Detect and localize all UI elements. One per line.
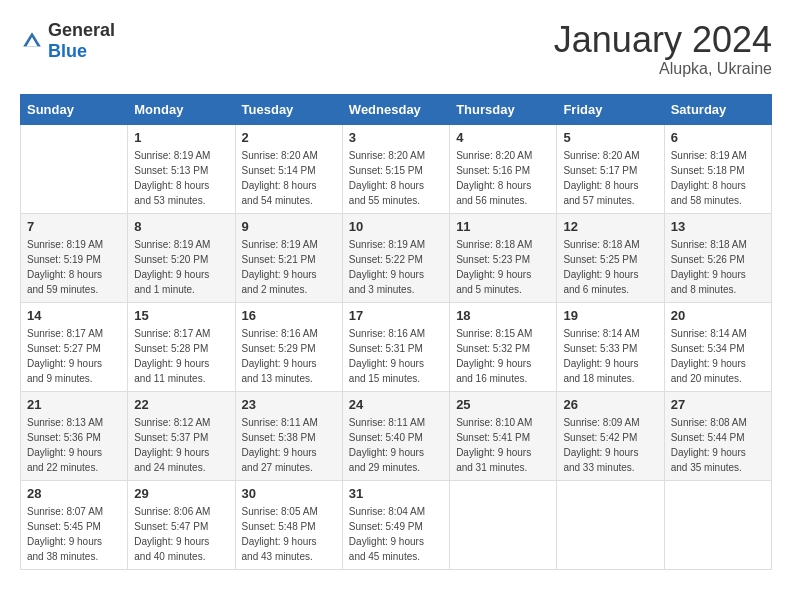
- calendar-cell: 28Sunrise: 8:07 AMSunset: 5:45 PMDayligh…: [21, 480, 128, 569]
- calendar-cell: 2Sunrise: 8:20 AMSunset: 5:14 PMDaylight…: [235, 124, 342, 213]
- location-title: Alupka, Ukraine: [554, 60, 772, 78]
- day-number: 29: [134, 486, 228, 501]
- day-info: Sunrise: 8:20 AMSunset: 5:14 PMDaylight:…: [242, 148, 336, 208]
- calendar-cell: 30Sunrise: 8:05 AMSunset: 5:48 PMDayligh…: [235, 480, 342, 569]
- calendar-cell: 7Sunrise: 8:19 AMSunset: 5:19 PMDaylight…: [21, 213, 128, 302]
- calendar-cell: [450, 480, 557, 569]
- day-info: Sunrise: 8:19 AMSunset: 5:20 PMDaylight:…: [134, 237, 228, 297]
- calendar-cell: 1Sunrise: 8:19 AMSunset: 5:13 PMDaylight…: [128, 124, 235, 213]
- day-number: 27: [671, 397, 765, 412]
- day-info: Sunrise: 8:05 AMSunset: 5:48 PMDaylight:…: [242, 504, 336, 564]
- logo-icon: [20, 29, 44, 53]
- calendar-cell: 29Sunrise: 8:06 AMSunset: 5:47 PMDayligh…: [128, 480, 235, 569]
- day-number: 30: [242, 486, 336, 501]
- calendar-week-row: 7Sunrise: 8:19 AMSunset: 5:19 PMDaylight…: [21, 213, 772, 302]
- page-header: General Blue January 2024 Alupka, Ukrain…: [20, 20, 772, 78]
- day-number: 1: [134, 130, 228, 145]
- day-number: 26: [563, 397, 657, 412]
- calendar-cell: 26Sunrise: 8:09 AMSunset: 5:42 PMDayligh…: [557, 391, 664, 480]
- day-number: 13: [671, 219, 765, 234]
- day-info: Sunrise: 8:12 AMSunset: 5:37 PMDaylight:…: [134, 415, 228, 475]
- day-number: 18: [456, 308, 550, 323]
- calendar-week-row: 14Sunrise: 8:17 AMSunset: 5:27 PMDayligh…: [21, 302, 772, 391]
- day-number: 6: [671, 130, 765, 145]
- calendar-cell: 11Sunrise: 8:18 AMSunset: 5:23 PMDayligh…: [450, 213, 557, 302]
- day-number: 5: [563, 130, 657, 145]
- calendar-cell: 10Sunrise: 8:19 AMSunset: 5:22 PMDayligh…: [342, 213, 449, 302]
- day-number: 23: [242, 397, 336, 412]
- day-info: Sunrise: 8:06 AMSunset: 5:47 PMDaylight:…: [134, 504, 228, 564]
- day-info: Sunrise: 8:11 AMSunset: 5:40 PMDaylight:…: [349, 415, 443, 475]
- day-number: 3: [349, 130, 443, 145]
- day-number: 8: [134, 219, 228, 234]
- day-number: 15: [134, 308, 228, 323]
- calendar-cell: [21, 124, 128, 213]
- day-number: 16: [242, 308, 336, 323]
- day-number: 14: [27, 308, 121, 323]
- day-info: Sunrise: 8:18 AMSunset: 5:26 PMDaylight:…: [671, 237, 765, 297]
- logo-text-blue: Blue: [48, 41, 87, 61]
- calendar-cell: 23Sunrise: 8:11 AMSunset: 5:38 PMDayligh…: [235, 391, 342, 480]
- day-number: 28: [27, 486, 121, 501]
- day-info: Sunrise: 8:20 AMSunset: 5:16 PMDaylight:…: [456, 148, 550, 208]
- calendar-header-saturday: Saturday: [664, 94, 771, 124]
- calendar-week-row: 21Sunrise: 8:13 AMSunset: 5:36 PMDayligh…: [21, 391, 772, 480]
- calendar-header-tuesday: Tuesday: [235, 94, 342, 124]
- day-info: Sunrise: 8:14 AMSunset: 5:34 PMDaylight:…: [671, 326, 765, 386]
- day-info: Sunrise: 8:20 AMSunset: 5:15 PMDaylight:…: [349, 148, 443, 208]
- calendar-cell: 31Sunrise: 8:04 AMSunset: 5:49 PMDayligh…: [342, 480, 449, 569]
- day-number: 7: [27, 219, 121, 234]
- calendar-header-monday: Monday: [128, 94, 235, 124]
- calendar-header-thursday: Thursday: [450, 94, 557, 124]
- day-number: 25: [456, 397, 550, 412]
- day-info: Sunrise: 8:18 AMSunset: 5:23 PMDaylight:…: [456, 237, 550, 297]
- day-info: Sunrise: 8:09 AMSunset: 5:42 PMDaylight:…: [563, 415, 657, 475]
- day-info: Sunrise: 8:17 AMSunset: 5:27 PMDaylight:…: [27, 326, 121, 386]
- day-number: 2: [242, 130, 336, 145]
- calendar-cell: 8Sunrise: 8:19 AMSunset: 5:20 PMDaylight…: [128, 213, 235, 302]
- day-number: 4: [456, 130, 550, 145]
- day-info: Sunrise: 8:20 AMSunset: 5:17 PMDaylight:…: [563, 148, 657, 208]
- calendar-cell: 24Sunrise: 8:11 AMSunset: 5:40 PMDayligh…: [342, 391, 449, 480]
- month-title: January 2024: [554, 20, 772, 60]
- day-info: Sunrise: 8:19 AMSunset: 5:13 PMDaylight:…: [134, 148, 228, 208]
- calendar-cell: 20Sunrise: 8:14 AMSunset: 5:34 PMDayligh…: [664, 302, 771, 391]
- day-number: 12: [563, 219, 657, 234]
- calendar-cell: 16Sunrise: 8:16 AMSunset: 5:29 PMDayligh…: [235, 302, 342, 391]
- calendar-cell: 18Sunrise: 8:15 AMSunset: 5:32 PMDayligh…: [450, 302, 557, 391]
- calendar-cell: 4Sunrise: 8:20 AMSunset: 5:16 PMDaylight…: [450, 124, 557, 213]
- calendar-cell: 19Sunrise: 8:14 AMSunset: 5:33 PMDayligh…: [557, 302, 664, 391]
- calendar-header-sunday: Sunday: [21, 94, 128, 124]
- title-block: January 2024 Alupka, Ukraine: [554, 20, 772, 78]
- day-number: 9: [242, 219, 336, 234]
- day-number: 20: [671, 308, 765, 323]
- day-info: Sunrise: 8:17 AMSunset: 5:28 PMDaylight:…: [134, 326, 228, 386]
- calendar-cell: 15Sunrise: 8:17 AMSunset: 5:28 PMDayligh…: [128, 302, 235, 391]
- day-number: 17: [349, 308, 443, 323]
- day-info: Sunrise: 8:07 AMSunset: 5:45 PMDaylight:…: [27, 504, 121, 564]
- calendar-cell: 27Sunrise: 8:08 AMSunset: 5:44 PMDayligh…: [664, 391, 771, 480]
- calendar-header-wednesday: Wednesday: [342, 94, 449, 124]
- calendar-table: SundayMondayTuesdayWednesdayThursdayFrid…: [20, 94, 772, 570]
- calendar-cell: 12Sunrise: 8:18 AMSunset: 5:25 PMDayligh…: [557, 213, 664, 302]
- day-info: Sunrise: 8:15 AMSunset: 5:32 PMDaylight:…: [456, 326, 550, 386]
- calendar-cell: 14Sunrise: 8:17 AMSunset: 5:27 PMDayligh…: [21, 302, 128, 391]
- day-info: Sunrise: 8:16 AMSunset: 5:29 PMDaylight:…: [242, 326, 336, 386]
- calendar-cell: 22Sunrise: 8:12 AMSunset: 5:37 PMDayligh…: [128, 391, 235, 480]
- day-info: Sunrise: 8:16 AMSunset: 5:31 PMDaylight:…: [349, 326, 443, 386]
- day-info: Sunrise: 8:10 AMSunset: 5:41 PMDaylight:…: [456, 415, 550, 475]
- day-number: 31: [349, 486, 443, 501]
- day-number: 21: [27, 397, 121, 412]
- calendar-cell: 6Sunrise: 8:19 AMSunset: 5:18 PMDaylight…: [664, 124, 771, 213]
- day-info: Sunrise: 8:19 AMSunset: 5:18 PMDaylight:…: [671, 148, 765, 208]
- calendar-cell: 25Sunrise: 8:10 AMSunset: 5:41 PMDayligh…: [450, 391, 557, 480]
- day-info: Sunrise: 8:04 AMSunset: 5:49 PMDaylight:…: [349, 504, 443, 564]
- calendar-cell: 13Sunrise: 8:18 AMSunset: 5:26 PMDayligh…: [664, 213, 771, 302]
- calendar-week-row: 28Sunrise: 8:07 AMSunset: 5:45 PMDayligh…: [21, 480, 772, 569]
- calendar-cell: [664, 480, 771, 569]
- day-number: 24: [349, 397, 443, 412]
- day-number: 22: [134, 397, 228, 412]
- day-info: Sunrise: 8:19 AMSunset: 5:19 PMDaylight:…: [27, 237, 121, 297]
- day-info: Sunrise: 8:08 AMSunset: 5:44 PMDaylight:…: [671, 415, 765, 475]
- calendar-cell: 5Sunrise: 8:20 AMSunset: 5:17 PMDaylight…: [557, 124, 664, 213]
